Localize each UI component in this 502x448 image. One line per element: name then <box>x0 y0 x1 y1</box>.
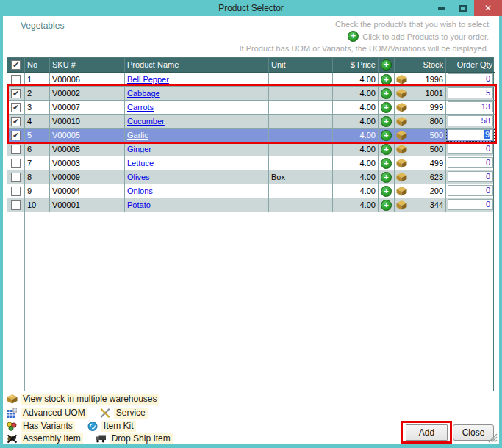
product-name-link[interactable]: Cucumber <box>127 117 165 126</box>
legend-advanced-uom: Advanced UOM <box>6 408 87 419</box>
add-product-row-button[interactable]: + <box>381 200 392 211</box>
order-qty-input[interactable]: 0 <box>448 171 493 182</box>
table-row: 7 V00003 Lettuce 4.00 + 499 0 <box>7 156 493 170</box>
row-price: 4.00 <box>333 73 379 87</box>
warehouse-box-icon[interactable] <box>396 117 407 126</box>
add-button[interactable]: Add <box>406 424 448 441</box>
legend-assembly-item: Assembly Item <box>6 433 83 444</box>
legend-service: Service <box>99 408 148 419</box>
row-number: 10 <box>25 198 50 212</box>
legend-has-variants: Has Variants <box>6 421 75 432</box>
add-product-row-button[interactable]: + <box>381 102 392 113</box>
warehouse-box-icon[interactable] <box>396 159 407 168</box>
product-name-link[interactable]: Lettuce <box>127 159 154 167</box>
product-name-link[interactable]: Garlic <box>127 131 148 140</box>
product-name-link[interactable]: Ginger <box>127 145 151 153</box>
service-icon <box>99 408 111 418</box>
row-number: 2 <box>25 87 50 101</box>
table-header: No SKU # Product Name Unit $ Price + Sto… <box>7 58 493 73</box>
row-stock: 500 <box>409 129 443 142</box>
row-sku: V00003 <box>50 156 125 170</box>
row-unit <box>269 156 333 170</box>
col-header-name: Product Name <box>125 58 269 73</box>
row-sku: V00009 <box>50 170 125 184</box>
product-name-link[interactable]: Onions <box>127 187 153 195</box>
order-qty-input[interactable]: 5 <box>448 87 493 98</box>
order-qty-input[interactable]: 58 <box>448 115 493 126</box>
item-kit-icon <box>87 421 98 431</box>
warehouse-box-icon[interactable] <box>396 187 407 196</box>
row-checkbox[interactable] <box>11 89 21 98</box>
add-product-row-button[interactable]: + <box>381 186 392 197</box>
row-number: 7 <box>25 156 50 170</box>
col-header-stock: Stock <box>395 58 446 73</box>
product-name-link[interactable]: Cabbage <box>127 89 160 98</box>
row-stock: 499 <box>409 156 443 170</box>
maximize-button[interactable] <box>452 0 474 16</box>
legend-drop-ship: Drop Ship Item <box>95 433 173 444</box>
warehouse-box-icon[interactable] <box>396 89 407 98</box>
add-product-row-button[interactable]: + <box>381 172 392 183</box>
warehouse-box-icon[interactable] <box>396 173 407 182</box>
titlebar: Product Selector ✕ <box>0 0 502 16</box>
row-checkbox[interactable] <box>11 145 21 154</box>
warehouse-box-icon[interactable] <box>396 145 407 154</box>
order-qty-input[interactable]: 13 <box>448 101 493 112</box>
col-header-unit: Unit <box>269 58 333 73</box>
add-product-row-button[interactable]: + <box>381 116 392 127</box>
close-window-button[interactable]: ✕ <box>474 0 502 16</box>
row-stock: 800 <box>409 115 443 128</box>
table-row: 8 V00009 Olives Box 4.00 + 623 0 <box>7 170 493 184</box>
product-name-link[interactable]: Olives <box>127 173 150 181</box>
warehouse-box-icon[interactable] <box>396 131 407 140</box>
row-price: 4.00 <box>333 101 379 115</box>
add-product-row-button[interactable]: + <box>381 158 392 169</box>
row-sku: V00006 <box>50 73 125 87</box>
warehouse-box-icon[interactable] <box>396 103 407 112</box>
row-stock: 999 <box>409 101 443 114</box>
row-number: 9 <box>25 184 50 198</box>
row-checkbox[interactable] <box>11 75 21 84</box>
select-all-checkbox[interactable] <box>11 60 21 70</box>
minimize-button[interactable] <box>430 0 452 16</box>
row-unit <box>269 198 333 212</box>
row-checkbox[interactable] <box>11 131 21 140</box>
order-qty-input[interactable]: 9 <box>448 129 493 140</box>
product-name-link[interactable]: Potato <box>127 200 151 209</box>
row-checkbox[interactable] <box>11 187 21 196</box>
table-row: 4 V00010 Cucumber 4.00 + 800 58 <box>7 115 493 129</box>
warehouse-box-icon[interactable] <box>396 200 407 210</box>
advanced-uom-icon <box>6 408 18 418</box>
hint-uom-text: If Product has UOM or Variants, the UOM/… <box>239 44 489 53</box>
row-unit <box>269 73 333 87</box>
add-product-row-button[interactable]: + <box>381 74 392 85</box>
row-stock: 1001 <box>409 87 443 100</box>
product-name-link[interactable]: Bell Pepper <box>127 75 169 84</box>
order-qty-input[interactable]: 0 <box>448 143 493 154</box>
row-number: 4 <box>25 115 50 129</box>
row-checkbox[interactable] <box>11 200 21 210</box>
order-qty-input[interactable]: 0 <box>448 199 493 210</box>
order-qty-input[interactable]: 0 <box>448 157 493 168</box>
add-product-row-button[interactable]: + <box>381 88 392 99</box>
row-checkbox[interactable] <box>11 159 21 168</box>
row-checkbox[interactable] <box>11 173 21 182</box>
order-qty-input[interactable]: 0 <box>448 73 493 84</box>
warehouse-box-icon[interactable] <box>396 75 407 84</box>
row-checkbox[interactable] <box>11 117 21 126</box>
col-header-sku: SKU # <box>50 58 125 73</box>
row-sku: V00001 <box>50 198 125 212</box>
legend-view-stock: View stock in multiple warehouses <box>6 394 159 405</box>
product-name-link[interactable]: Carrots <box>127 103 154 112</box>
row-sku: V00007 <box>50 101 125 115</box>
row-sku: V00008 <box>50 142 125 156</box>
row-unit <box>269 115 333 129</box>
add-product-row-button[interactable]: + <box>381 144 392 155</box>
assembly-item-icon <box>6 433 18 444</box>
add-product-row-button[interactable]: + <box>381 130 392 141</box>
hints: Check the product/s that you wish to sel… <box>239 20 489 53</box>
order-qty-input[interactable]: 0 <box>448 185 493 196</box>
row-checkbox[interactable] <box>11 103 21 112</box>
row-sku: V00005 <box>50 129 125 142</box>
resize-grip[interactable] <box>488 433 498 443</box>
